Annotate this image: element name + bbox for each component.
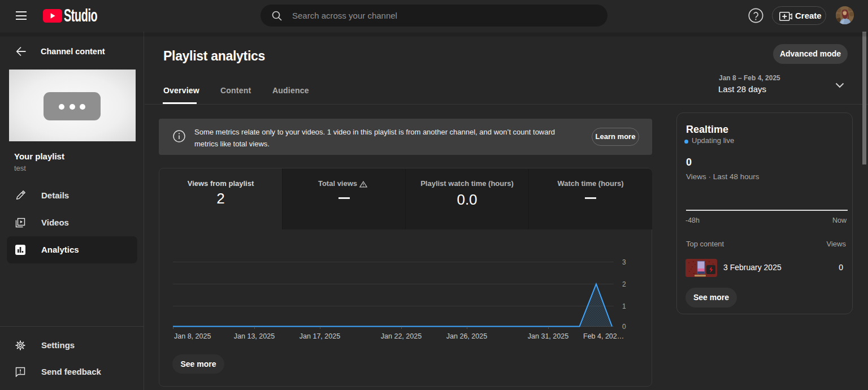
svg-text:Jan 17, 2025: Jan 17, 2025: [300, 332, 340, 340]
svg-text:3: 3: [622, 258, 626, 266]
svg-text:Jan 26, 2025: Jan 26, 2025: [446, 332, 487, 340]
svg-text:Jan 31, 2025: Jan 31, 2025: [528, 332, 568, 340]
svg-text:Jan 8, 2025: Jan 8, 2025: [174, 332, 211, 340]
svg-text:Jan 13, 2025: Jan 13, 2025: [234, 332, 275, 340]
svg-text:Feb 4, 202…: Feb 4, 202…: [583, 332, 624, 340]
svg-text:0: 0: [622, 323, 626, 331]
svg-text:2: 2: [622, 280, 626, 288]
svg-text:Jan 22, 2025: Jan 22, 2025: [381, 332, 422, 340]
svg-text:1: 1: [622, 302, 626, 310]
